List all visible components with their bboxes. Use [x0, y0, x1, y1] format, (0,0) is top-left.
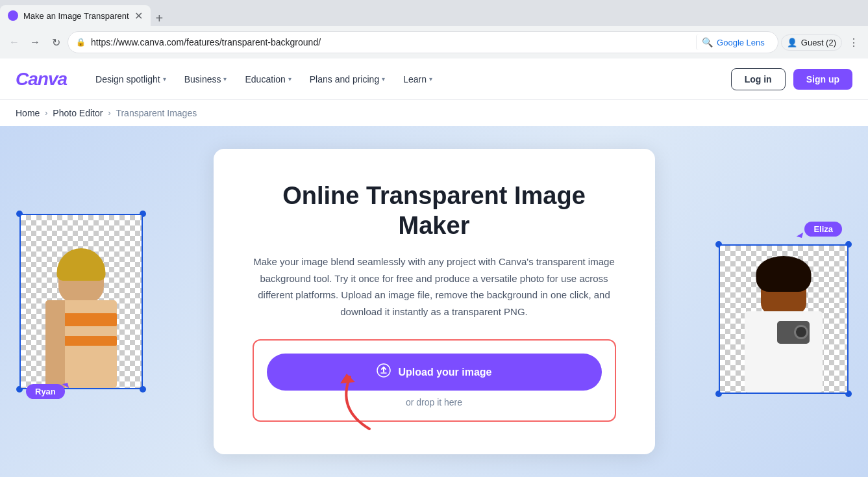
right-image-frame: Eliza — [719, 244, 849, 394]
nav-actions: Log in Sign up — [731, 68, 852, 90]
browser-chrome: Make an Image Transparent ✕ + ← → ↻ 🔒 ht… — [0, 0, 868, 58]
left-frame-border — [19, 214, 143, 389]
nav-links: Design spotlight ▾ Business ▾ Education … — [88, 69, 710, 90]
nav-education[interactable]: Education ▾ — [237, 69, 299, 90]
breadcrumb: Home › Photo Editor › Transparent Images — [0, 100, 868, 126]
nav-learn[interactable]: Learn ▾ — [395, 69, 440, 90]
app: Canva Design spotlight ▾ Business ▾ Educ… — [0, 58, 868, 477]
lock-icon: 🔒 — [76, 38, 86, 47]
forward-button[interactable]: → — [26, 33, 44, 51]
right-person-name-tag: Eliza — [804, 222, 842, 237]
chevron-down-icon: ▾ — [429, 75, 432, 83]
browser-controls: ← → ↻ 🔒 https://www.canva.com/features/t… — [0, 26, 868, 58]
google-lens-icon: 🔍 — [702, 37, 713, 47]
tab-close-button[interactable]: ✕ — [134, 10, 143, 22]
breadcrumb-separator: › — [108, 109, 110, 118]
chevron-down-icon: ▾ — [288, 75, 291, 83]
back-button[interactable]: ← — [5, 33, 23, 51]
new-tab-button[interactable]: + — [151, 11, 169, 26]
right-person-card: Eliza — [719, 244, 849, 394]
nav-plans-pricing[interactable]: Plans and pricing ▾ — [302, 69, 393, 90]
chevron-down-icon: ▾ — [382, 75, 385, 83]
nav-business-label: Business — [184, 74, 221, 84]
google-lens-label: Google Lens — [717, 38, 765, 47]
upload-button-label: Upload your image — [398, 367, 491, 378]
nav-learn-label: Learn — [403, 74, 427, 84]
tab-title: Make an Image Transparent — [23, 11, 129, 21]
red-arrow — [317, 370, 395, 438]
chevron-down-icon: ▾ — [223, 75, 227, 83]
chevron-down-icon: ▾ — [163, 75, 166, 83]
upload-area[interactable]: Upload your image or drop it here — [253, 339, 616, 422]
nav-design-spotlight[interactable]: Design spotlight ▾ — [88, 69, 174, 90]
nav-business[interactable]: Business ▾ — [177, 69, 235, 90]
card-title: Online Transparent Image Maker — [253, 181, 616, 240]
active-tab[interactable]: Make an Image Transparent ✕ — [0, 5, 151, 26]
main-card: Online Transparent Image Maker Make your… — [214, 149, 655, 454]
reload-button[interactable]: ↻ — [47, 33, 65, 51]
browser-menu-button[interactable]: ⋮ — [845, 33, 863, 51]
url-text: https://www.canva.com/features/transpare… — [91, 37, 691, 47]
canva-logo[interactable]: Canva — [16, 69, 67, 90]
corner-handle-br[interactable] — [140, 386, 146, 393]
tab-bar: Make an Image Transparent ✕ + — [0, 0, 868, 26]
svg-marker-1 — [340, 374, 355, 383]
nav-education-label: Education — [245, 74, 285, 84]
left-image-frame — [19, 214, 143, 389]
card-description: Make your image blend seamlessly with an… — [253, 253, 616, 320]
google-lens-button[interactable]: 🔍 Google Lens — [696, 34, 770, 50]
signup-button[interactable]: Sign up — [793, 69, 852, 90]
address-bar[interactable]: 🔒 https://www.canva.com/features/transpa… — [68, 31, 778, 53]
hero-section: Ryan Online Transparent Image Maker Make… — [0, 126, 868, 477]
breadcrumb-current: Transparent Images — [116, 108, 197, 118]
breadcrumb-home[interactable]: Home — [16, 108, 40, 118]
left-person-name-tag: Ryan — [26, 384, 65, 399]
login-button[interactable]: Log in — [731, 68, 786, 90]
profile-label: Guest (2) — [801, 38, 836, 47]
navbar: Canva Design spotlight ▾ Business ▾ Educ… — [0, 58, 868, 100]
profile-icon: 👤 — [787, 38, 797, 47]
breadcrumb-photo-editor[interactable]: Photo Editor — [53, 108, 103, 118]
tab-favicon — [8, 10, 18, 21]
nav-design-spotlight-label: Design spotlight — [95, 74, 160, 84]
breadcrumb-separator: › — [45, 109, 47, 118]
profile-button[interactable]: 👤 Guest (2) — [781, 34, 842, 51]
left-person-card: Ryan — [19, 214, 143, 389]
nav-plans-pricing-label: Plans and pricing — [310, 74, 379, 84]
